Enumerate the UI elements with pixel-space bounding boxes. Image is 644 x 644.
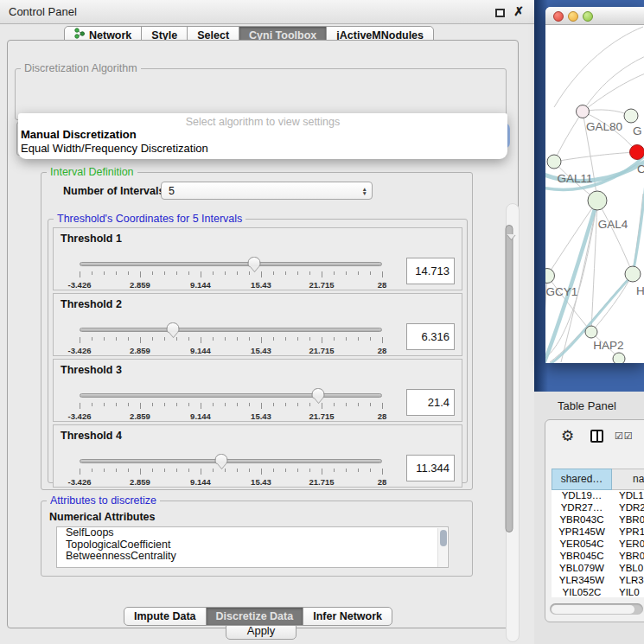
network-node-GAL11[interactable] bbox=[547, 155, 561, 169]
column-header-shared-name[interactable]: shared… bbox=[552, 469, 612, 490]
threshold-label: Threshold 4 bbox=[61, 430, 122, 442]
threshold-row: Threshold 3 -3.4262.8599.14415.4321.7152… bbox=[53, 359, 462, 422]
table-row[interactable]: YBR043CYBR0 bbox=[552, 514, 644, 526]
network-view-window[interactable]: GAL80GCGAL11GAL4GCY1HHAP2 bbox=[545, 7, 644, 363]
threshold-row: Threshold 2 -3.4262.8599.14415.4321.7152… bbox=[53, 293, 462, 356]
scrollbar-thumb[interactable] bbox=[552, 605, 634, 614]
zoom-traffic-light-icon[interactable] bbox=[583, 11, 593, 22]
network-edge[interactable] bbox=[597, 201, 633, 274]
network-node-C[interactable] bbox=[630, 145, 644, 160]
network-edge-thick[interactable] bbox=[633, 174, 644, 274]
algorithm-popup-options: Manual DiscretizationEqual Width/Frequen… bbox=[18, 128, 507, 156]
table-row[interactable]: YBR045CYBR0 bbox=[552, 551, 644, 563]
network-node-GCY1[interactable] bbox=[545, 269, 555, 284]
threshold-slider[interactable]: -3.4262.8599.14415.4321.71528 bbox=[80, 391, 382, 420]
threshold-slider[interactable]: -3.4262.8599.14415.4321.71528 bbox=[80, 259, 382, 289]
discretization-algorithm-group: Discretization Algorithm bbox=[15, 68, 507, 120]
network-edge[interactable] bbox=[547, 276, 591, 332]
threshold-label: Threshold 1 bbox=[61, 233, 122, 245]
network-node[interactable] bbox=[613, 353, 625, 363]
numerical-attributes-label: Numerical Attributes bbox=[49, 511, 155, 523]
node-label: C bbox=[637, 163, 644, 175]
slider-thumb-icon[interactable] bbox=[248, 257, 261, 267]
threshold-value-field[interactable] bbox=[406, 323, 455, 350]
attribute-items: SelfLoopsTopologicalCoefficientBetweenne… bbox=[57, 527, 448, 563]
table-row[interactable]: YPR145WYPR1 bbox=[552, 526, 644, 539]
column-header-name[interactable]: na bbox=[612, 469, 644, 490]
discretization-algorithm-title: Discretization Algorithm bbox=[21, 62, 141, 74]
table-row[interactable]: YLR345WYLR3 bbox=[552, 575, 644, 587]
network-graph: GAL80GCGAL11GAL4GCY1HHAP2 bbox=[545, 25, 644, 363]
scrollbar-thumb[interactable] bbox=[440, 530, 447, 546]
network-node-G[interactable] bbox=[624, 109, 638, 123]
network-node-HAP2[interactable] bbox=[585, 326, 597, 338]
slider-track[interactable] bbox=[80, 393, 382, 398]
network-canvas[interactable]: GAL80GCGAL11GAL4GCY1HHAP2 bbox=[545, 25, 644, 363]
slider-track[interactable] bbox=[80, 262, 382, 266]
threshold-label: Threshold 2 bbox=[61, 298, 122, 310]
network-node-GAL80[interactable] bbox=[577, 105, 590, 118]
network-edge[interactable] bbox=[554, 27, 643, 107]
network-node-H[interactable] bbox=[625, 266, 641, 282]
attribute-item[interactable]: TopologicalCoefficient bbox=[57, 539, 448, 552]
numerical-attributes-list[interactable]: SelfLoopsTopologicalCoefficientBetweenne… bbox=[56, 526, 449, 568]
attributes-group-title: Attributes to discretize bbox=[47, 494, 160, 507]
slider-thumb-icon[interactable] bbox=[312, 388, 325, 399]
threshold-slider[interactable]: -3.4262.8599.14415.4321.71528 bbox=[80, 456, 382, 486]
number-of-intervals-value: 5 bbox=[169, 185, 175, 197]
attribute-item[interactable]: SelfLoops bbox=[57, 527, 448, 539]
table-row[interactable]: YER054CYER0 bbox=[552, 539, 644, 551]
gear-icon[interactable]: ⚙ bbox=[561, 427, 574, 445]
number-of-intervals-combobox[interactable]: 5 ▲▼ bbox=[161, 182, 373, 200]
number-of-intervals-label: Number of Intervals bbox=[63, 185, 164, 197]
minimize-traffic-light-icon[interactable] bbox=[568, 11, 578, 22]
threshold-value-field[interactable] bbox=[406, 455, 455, 481]
network-window-titlebar[interactable] bbox=[545, 7, 644, 25]
cyni-toolbox-panel: Discretization Algorithm ▲▼ Select algor… bbox=[7, 40, 519, 628]
list-vertical-scrollbar[interactable] bbox=[437, 528, 447, 568]
tab-discretize-data[interactable]: Discretize Data bbox=[206, 607, 304, 626]
tab-infer-network[interactable]: Infer Network bbox=[303, 607, 392, 626]
table-row[interactable]: YIL052CYIL0 bbox=[552, 587, 644, 597]
close-icon[interactable]: ✗ bbox=[513, 4, 524, 18]
close-traffic-light-icon[interactable] bbox=[553, 11, 564, 22]
float-window-icon[interactable] bbox=[495, 9, 505, 17]
table-row[interactable]: YBL079WYBL0 bbox=[552, 563, 644, 575]
slider-thumb-icon[interactable] bbox=[215, 454, 228, 464]
scrollbar-thumb[interactable] bbox=[505, 225, 513, 532]
threshold-row: Threshold 4 -3.4262.8599.14415.4321.7152… bbox=[53, 424, 462, 488]
tab-discretize-data-label: Discretize Data bbox=[216, 608, 294, 625]
slider-track[interactable] bbox=[80, 328, 382, 332]
table-header-row: shared… na bbox=[552, 469, 644, 490]
table-horizontal-scrollbar[interactable] bbox=[550, 603, 643, 615]
table-panel-title: Table Panel bbox=[558, 399, 616, 412]
slider-track[interactable] bbox=[80, 459, 382, 463]
checkbox-icons[interactable]: ☑☑ bbox=[615, 430, 634, 442]
threshold-slider[interactable]: -3.4262.8599.14415.4321.71528 bbox=[80, 325, 382, 354]
threshold-value-field[interactable] bbox=[406, 258, 455, 284]
network-edge[interactable] bbox=[583, 73, 644, 112]
node-label: G bbox=[633, 124, 642, 137]
network-edge-thick[interactable] bbox=[545, 201, 597, 363]
network-edge[interactable] bbox=[583, 55, 644, 112]
network-edge[interactable] bbox=[554, 152, 637, 162]
algorithm-option[interactable]: Equal Width/Frequency Discretization bbox=[18, 142, 507, 156]
network-desktop: GAL80GCGAL11GAL4GCY1HHAP2 bbox=[534, 0, 644, 392]
tab-impute-data[interactable]: Impute Data bbox=[124, 607, 207, 626]
table-row[interactable]: YDL19…YDL1 bbox=[552, 490, 644, 502]
threshold-rows: Threshold 1 -3.4262.8599.14415.4321.7152… bbox=[53, 227, 462, 490]
algorithm-option[interactable]: Manual Discretization bbox=[18, 128, 507, 142]
attribute-item[interactable]: BetweennessCentrality bbox=[57, 551, 448, 563]
network-edge[interactable] bbox=[554, 112, 583, 162]
threshold-value-field[interactable] bbox=[406, 389, 455, 416]
table-row[interactable]: YDR27…YDR2 bbox=[552, 502, 644, 514]
node-label: GAL80 bbox=[586, 120, 622, 133]
combo-stepper-icon[interactable]: ▲▼ bbox=[362, 187, 367, 195]
slider-thumb-icon[interactable] bbox=[167, 322, 180, 333]
network-node-GAL4[interactable] bbox=[588, 191, 607, 210]
content-vertical-scrollbar[interactable] bbox=[506, 203, 520, 642]
panel-title: Control Panel bbox=[9, 0, 77, 24]
columns-icon[interactable] bbox=[590, 430, 603, 443]
control-panel-titlebar: Control Panel ✗ bbox=[0, 0, 534, 24]
slider-scale: -3.4262.8599.14415.4321.71528 bbox=[80, 280, 382, 290]
